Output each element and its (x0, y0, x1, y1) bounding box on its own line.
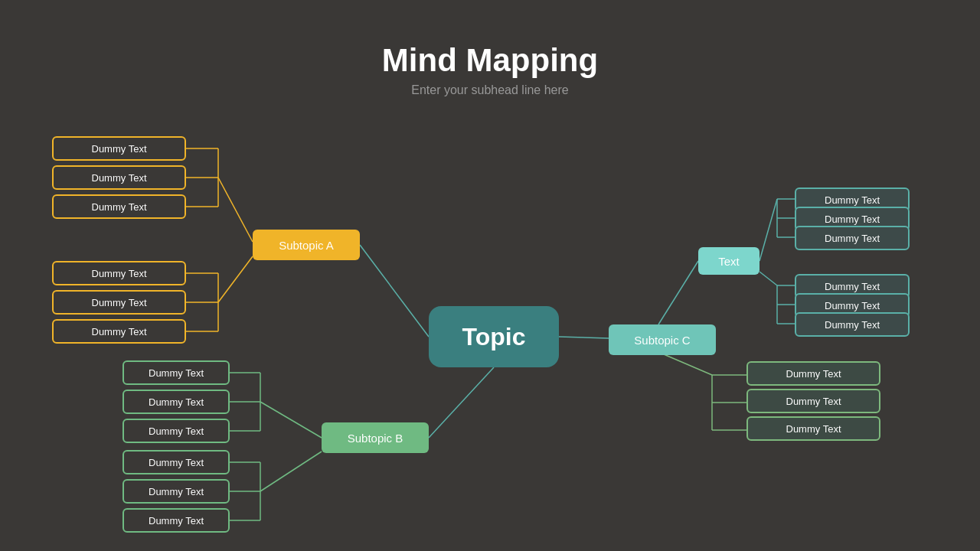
header: Mind Mapping Enter your subhead line her… (0, 0, 980, 97)
list-item: Dummy Text (122, 360, 230, 385)
list-item: Dummy Text (795, 226, 910, 250)
list-item: Dummy Text (52, 136, 186, 161)
list-item: Dummy Text (52, 261, 186, 285)
list-item: Dummy Text (746, 416, 880, 441)
list-item: Dummy Text (795, 312, 910, 337)
subtopic-c-label: Subtopic C (634, 334, 690, 347)
subtopic-a-label: Subtopic A (279, 239, 334, 252)
list-item: Dummy Text (122, 390, 230, 414)
svg-line-30 (760, 272, 777, 285)
topic-node[interactable]: Topic (429, 306, 559, 367)
svg-line-10 (360, 245, 429, 337)
topic-label: Topic (462, 323, 526, 351)
svg-line-15 (260, 402, 322, 438)
subtopic-c-node[interactable]: Subtopic C (609, 324, 716, 355)
list-item: Dummy Text (746, 361, 880, 386)
list-item: Dummy Text (122, 419, 230, 443)
svg-line-4 (218, 178, 253, 242)
page-subtitle: Enter your subhead line here (0, 83, 980, 97)
page-title: Mind Mapping (0, 42, 980, 79)
list-item: Dummy Text (52, 319, 186, 344)
list-item: Dummy Text (52, 165, 186, 190)
svg-line-24 (760, 199, 777, 261)
list-item: Dummy Text (52, 290, 186, 315)
svg-line-23 (658, 261, 698, 324)
list-item: Dummy Text (122, 508, 230, 533)
svg-line-36 (658, 352, 712, 375)
list-item: Dummy Text (122, 479, 230, 504)
list-item: Dummy Text (52, 194, 186, 219)
svg-line-20 (260, 452, 322, 491)
svg-line-21 (429, 367, 494, 438)
text-node-label: Text (718, 255, 740, 268)
list-item: Dummy Text (122, 450, 230, 474)
text-node[interactable]: Text (698, 247, 760, 275)
svg-line-9 (218, 256, 253, 302)
list-item: Dummy Text (746, 389, 880, 413)
subtopic-b-label: Subtopic B (348, 432, 403, 445)
subtopic-a-node[interactable]: Subtopic A (253, 230, 360, 260)
svg-line-22 (559, 337, 609, 338)
subtopic-b-node[interactable]: Subtopic B (322, 422, 429, 453)
